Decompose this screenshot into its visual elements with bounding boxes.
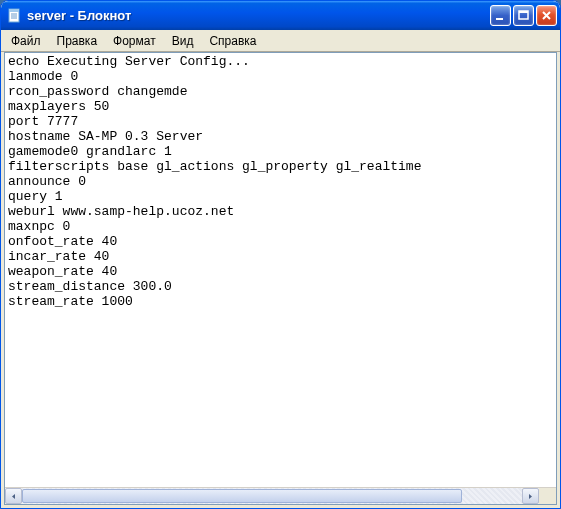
close-button[interactable] xyxy=(536,5,557,26)
svg-rect-5 xyxy=(496,18,503,20)
menu-view[interactable]: Вид xyxy=(164,32,202,50)
minimize-button[interactable] xyxy=(490,5,511,26)
notepad-window: server - Блокнот Файл Правка Формат Вид … xyxy=(0,0,561,509)
menubar: Файл Правка Формат Вид Справка xyxy=(1,30,560,52)
client-area: echo Executing Server Config... lanmode … xyxy=(4,52,557,505)
scroll-track[interactable] xyxy=(22,488,522,504)
menu-format[interactable]: Формат xyxy=(105,32,164,50)
svg-rect-7 xyxy=(519,11,528,13)
window-controls xyxy=(490,5,557,26)
window-title: server - Блокнот xyxy=(27,8,490,23)
scroll-thumb[interactable] xyxy=(22,489,462,503)
scroll-right-button[interactable] xyxy=(522,488,539,504)
notepad-icon xyxy=(7,8,23,24)
svg-rect-1 xyxy=(9,9,19,12)
menu-edit[interactable]: Правка xyxy=(49,32,106,50)
horizontal-scrollbar[interactable] xyxy=(5,487,556,504)
titlebar[interactable]: server - Блокнот xyxy=(1,1,560,30)
menu-help[interactable]: Справка xyxy=(201,32,264,50)
scroll-left-button[interactable] xyxy=(5,488,22,504)
scroll-corner xyxy=(539,488,556,504)
maximize-button[interactable] xyxy=(513,5,534,26)
text-editor[interactable]: echo Executing Server Config... lanmode … xyxy=(5,53,556,487)
menu-file[interactable]: Файл xyxy=(3,32,49,50)
